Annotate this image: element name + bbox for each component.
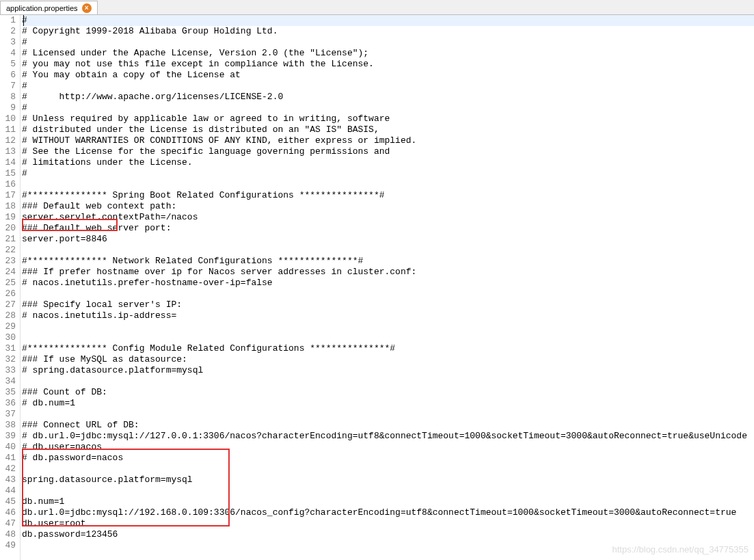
code-line[interactable] [22,376,754,387]
code-line[interactable]: # db.password=nacos [22,453,754,464]
code-line[interactable]: ### Specify local server's IP: [22,299,754,310]
code-line[interactable]: server.servlet.contextPath=/nacos [22,212,754,223]
code-line[interactable] [22,289,754,299]
line-number: 8 [0,92,16,103]
code-line[interactable]: # nacos.inetutils.prefer-hostname-over-i… [22,278,754,289]
line-number: 3 [0,37,16,48]
line-number: 22 [0,245,16,256]
code-line[interactable]: # limitations under the License. [22,157,754,168]
code-line[interactable]: # Copyright 1999-2018 Alibaba Group Hold… [22,26,754,37]
code-line[interactable]: # spring.datasource.platform=mysql [22,365,754,376]
code-line[interactable]: # [22,81,754,92]
line-number: 2 [0,26,16,37]
line-number: 15 [0,168,16,179]
code-line[interactable]: # db.user=nacos [22,442,754,453]
code-line[interactable]: # [22,37,754,48]
line-number: 27 [0,299,16,310]
code-line[interactable] [22,179,754,190]
code-line[interactable]: # http://www.apache.org/licenses/LICENSE… [22,92,754,103]
code-line[interactable] [22,332,754,343]
line-number: 40 [0,442,16,453]
code-line[interactable] [22,409,754,420]
code-line[interactable]: # nacos.inetutils.ip-address= [22,310,754,321]
line-number: 29 [0,321,16,332]
code-line[interactable]: db.user=root [22,518,754,529]
code-content[interactable]: ## Copyright 1999-2018 Alibaba Group Hol… [21,15,754,560]
line-number: 42 [0,464,16,475]
code-line[interactable] [22,485,754,496]
code-line[interactable]: ### If prefer hostname over ip for Nacos… [22,267,754,278]
line-number: 48 [0,529,16,540]
line-number: 32 [0,354,16,365]
code-line[interactable]: #*************** Config Module Related C… [22,343,754,354]
tab-bar: application.properties × [0,0,754,15]
code-line[interactable]: # [22,168,754,179]
line-number: 47 [0,518,16,529]
line-number: 7 [0,81,16,92]
line-number: 23 [0,256,16,267]
line-number: 4 [0,48,16,59]
line-number: 49 [0,540,16,551]
line-number: 28 [0,310,16,321]
line-number: 34 [0,376,16,387]
watermark-text: https://blog.csdn.net/qq_34775355 [612,544,749,555]
code-line[interactable]: db.password=123456 [22,529,754,540]
code-line[interactable]: db.num=1 [22,496,754,507]
code-line[interactable]: # WITHOUT WARRANTIES OR CONDITIONS OF AN… [22,135,754,146]
line-number: 39 [0,431,16,442]
code-line[interactable]: ### Default web context path: [22,201,754,212]
close-icon[interactable]: × [82,3,92,13]
line-number: 19 [0,212,16,223]
line-number: 12 [0,135,16,146]
line-number: 17 [0,190,16,201]
code-line[interactable]: ### Default web server port: [22,223,754,234]
line-number: 41 [0,453,16,464]
line-number: 44 [0,485,16,496]
code-line[interactable]: # Licensed under the Apache License, Ver… [22,48,754,59]
line-number: 11 [0,124,16,135]
code-line[interactable] [22,464,754,475]
code-line[interactable]: ### Count of DB: [22,387,754,398]
line-number: 10 [0,114,16,124]
line-number: 45 [0,496,16,507]
code-line[interactable]: # db.url.0=jdbc:mysql://127.0.0.1:3306/n… [22,431,754,442]
line-number: 6 [0,70,16,81]
code-line[interactable]: # You may obtain a copy of the License a… [22,70,754,81]
code-editor[interactable]: 1234567891011121314151617181920212223242… [0,15,754,560]
file-tab[interactable]: application.properties × [0,1,98,14]
code-line[interactable]: # [22,103,754,114]
code-line[interactable]: # See the License for the specific langu… [22,146,754,157]
code-line[interactable]: #*************** Network Related Configu… [22,256,754,267]
code-line[interactable]: # distributed under the License is distr… [22,124,754,135]
line-number: 21 [0,234,16,245]
line-number: 16 [0,179,16,190]
text-caret [23,15,24,26]
line-number: 9 [0,103,16,114]
line-number: 14 [0,157,16,168]
code-line[interactable]: ### If use MySQL as datasource: [22,354,754,365]
line-number: 38 [0,420,16,431]
code-line[interactable]: # [22,15,754,26]
line-number: 26 [0,289,16,299]
line-number: 31 [0,343,16,354]
code-line[interactable]: server.port=8846 [22,234,754,245]
code-line[interactable]: ### Connect URL of DB: [22,420,754,431]
line-number: 46 [0,507,16,518]
line-number: 5 [0,59,16,70]
line-number: 18 [0,201,16,212]
line-number: 1 [0,15,16,26]
line-number: 30 [0,332,16,343]
code-line[interactable]: #*************** Spring Boot Related Con… [22,190,754,201]
code-line[interactable]: # Unless required by applicable law or a… [22,114,754,124]
code-line[interactable]: # you may not use this file except in co… [22,59,754,70]
line-number: 33 [0,365,16,376]
code-line[interactable]: db.url.0=jdbc:mysql://192.168.0.109:3306… [22,507,754,518]
code-line[interactable]: spring.datasource.platform=mysql [22,475,754,485]
code-line[interactable]: # db.num=1 [22,398,754,409]
line-number: 24 [0,267,16,278]
code-line[interactable] [22,245,754,256]
line-number: 13 [0,146,16,157]
code-line[interactable] [22,321,754,332]
line-number: 37 [0,409,16,420]
line-number-gutter: 1234567891011121314151617181920212223242… [0,15,21,560]
